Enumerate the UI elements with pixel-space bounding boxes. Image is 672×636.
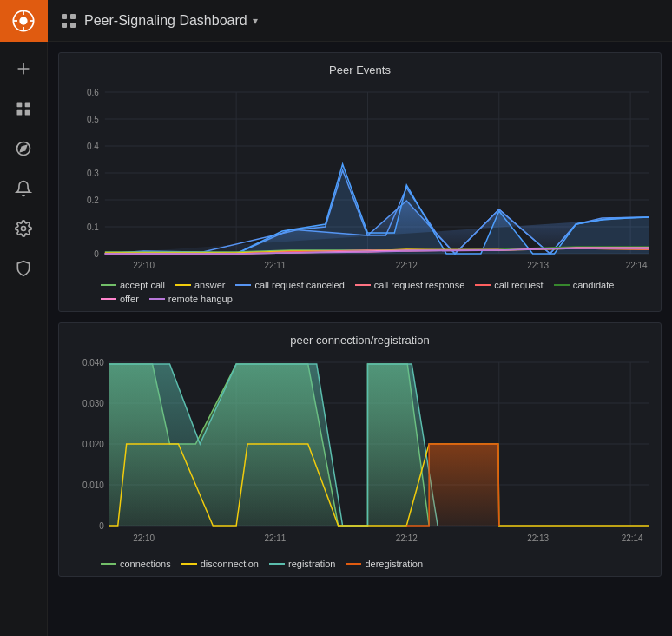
svg-marker-11 [20,145,26,151]
legend-deregistration: deregistration [346,559,423,569]
svg-marker-62 [109,364,649,526]
call-request-canceled-color [235,284,251,286]
compass-icon[interactable] [6,131,41,166]
deregistration-color [346,563,361,565]
svg-marker-41 [105,164,649,254]
call-request-response-color [355,284,371,286]
call-request-color [475,284,491,286]
svg-text:22:14: 22:14 [622,533,643,543]
svg-text:22:11: 22:11 [264,533,286,543]
svg-text:22:13: 22:13 [527,261,549,270]
header: Peer-Signaling Dashboard ▾ [48,0,672,42]
svg-text:22:10: 22:10 [133,533,155,543]
shield-icon[interactable] [6,251,41,286]
svg-text:22:12: 22:12 [396,261,418,270]
grafana-logo[interactable] [0,0,48,42]
svg-text:0.1: 0.1 [87,222,99,232]
sidebar [0,0,48,636]
remote-hangup-color [149,298,165,300]
legend-call-request: call request [475,280,543,290]
legend-candidate: candidate [554,280,615,290]
peer-connection-graph: 0.040 0.030 0.020 0.010 0 22:10 22:11 22… [66,354,654,553]
svg-text:0.030: 0.030 [82,399,104,408]
registration-color [269,563,285,565]
legend-answer: answer [175,280,225,290]
svg-text:22:11: 22:11 [264,261,286,270]
candidate-color [554,284,570,286]
svg-point-12 [22,227,26,231]
svg-text:0.6: 0.6 [87,88,99,97]
svg-text:0: 0 [99,521,104,531]
svg-text:0.5: 0.5 [87,115,99,124]
peer-events-graph: 0.6 0.5 0.4 0.3 0.2 0.1 0 22:10 22:11 22… [66,83,654,275]
legend-accept-call: accept call [101,280,165,290]
peer-connection-legend: connections disconnection registration d… [66,559,654,569]
svg-rect-14 [70,14,76,19]
svg-text:0.3: 0.3 [87,169,99,178]
accept-call-color [101,284,116,286]
grid-icon [62,14,76,28]
offer-color [101,298,116,300]
svg-text:0.020: 0.020 [82,440,104,449]
plus-icon[interactable] [6,51,41,86]
svg-rect-9 [25,110,30,116]
svg-text:22:10: 22:10 [133,261,155,270]
peer-connection-chart: peer connection/registration [58,322,662,577]
bell-icon[interactable] [6,171,41,206]
legend-registration: registration [269,559,335,569]
legend-offer: offer [101,294,139,304]
peer-events-legend: accept call answer call request canceled… [66,280,654,304]
svg-rect-15 [62,23,67,28]
peer-events-chart: Peer Events 0.6 [58,52,662,312]
svg-rect-16 [70,23,76,28]
svg-text:22:13: 22:13 [527,533,549,543]
svg-text:22:12: 22:12 [396,533,418,543]
svg-text:0.2: 0.2 [87,195,99,205]
connections-color [101,563,116,565]
dashboard-icon[interactable] [6,91,41,126]
svg-rect-7 [25,103,30,108]
main-content: Peer-Signaling Dashboard ▾ Peer Events [48,0,672,636]
svg-text:0.010: 0.010 [82,480,104,490]
peer-connection-title: peer connection/registration [66,334,654,347]
svg-rect-6 [17,103,23,108]
svg-rect-13 [62,14,67,19]
svg-text:0: 0 [94,249,99,259]
legend-connections: connections [101,559,171,569]
page-title: Peer-Signaling Dashboard [84,13,247,29]
answer-color [175,284,191,286]
disconnection-color [181,563,197,565]
gear-icon[interactable] [6,211,41,246]
dashboard-dropdown[interactable]: ▾ [253,15,258,27]
svg-rect-8 [17,110,23,116]
peer-events-title: Peer Events [66,63,654,76]
charts-area: Peer Events 0.6 [48,42,672,636]
legend-remote-hangup: remote hangup [149,294,233,304]
svg-text:22:14: 22:14 [626,261,648,270]
legend-call-request-canceled: call request canceled [235,280,344,290]
legend-call-request-response: call request response [355,280,465,290]
legend-disconnection: disconnection [181,559,259,569]
svg-text:0.040: 0.040 [82,358,104,368]
svg-text:0.4: 0.4 [87,142,99,151]
svg-point-1 [19,17,27,24]
